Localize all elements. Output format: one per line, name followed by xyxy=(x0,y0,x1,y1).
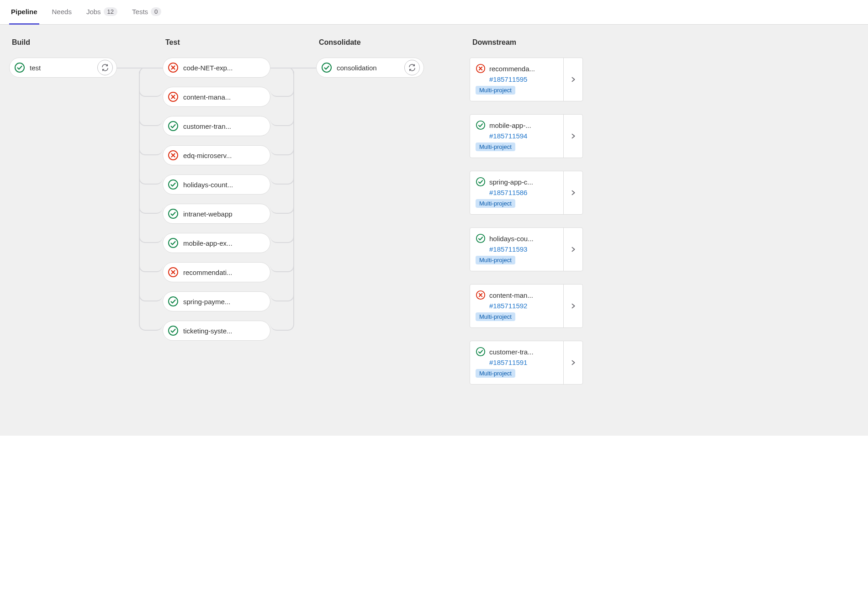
job-pill[interactable]: edq-microserv... xyxy=(163,145,270,165)
downstream-title: recommenda... xyxy=(489,65,535,73)
downstream-card[interactable]: mobile-app-... #185711594 Multi-project xyxy=(470,114,583,158)
stage-items: consolidation xyxy=(316,58,424,78)
downstream-pipeline-link[interactable]: #185711592 xyxy=(489,302,559,310)
downstream-head: recommenda... xyxy=(476,63,559,74)
multi-project-badge: Multi-project xyxy=(476,312,515,321)
failed-icon xyxy=(168,267,179,278)
job-label: content-mana... xyxy=(183,93,266,101)
svg-point-3 xyxy=(169,121,178,131)
failed-icon xyxy=(476,63,486,74)
tab-badge: 12 xyxy=(104,7,117,16)
success-icon xyxy=(476,347,486,357)
job-pill[interactable]: ticketing-syste... xyxy=(163,321,270,341)
tab-jobs[interactable]: Jobs12 xyxy=(85,0,119,25)
retry-button[interactable] xyxy=(404,60,420,75)
svg-point-5 xyxy=(169,180,178,189)
downstream-body: spring-app-c... #185711586 Multi-project xyxy=(470,171,563,214)
job-label: mobile-app-ex... xyxy=(183,239,266,247)
expand-button[interactable] xyxy=(563,171,582,214)
stage-title: Build xyxy=(12,38,117,47)
job-pill[interactable]: content-mana... xyxy=(163,87,270,107)
downstream-column: Downstream recommenda... #185711595 Mult… xyxy=(470,38,583,417)
job-label: intranet-webapp xyxy=(183,210,266,218)
svg-point-13 xyxy=(476,121,485,129)
expand-button[interactable] xyxy=(563,115,582,158)
svg-point-10 xyxy=(169,326,178,335)
success-icon xyxy=(168,179,179,190)
downstream-card[interactable]: customer-tra... #185711591 Multi-project xyxy=(470,341,583,385)
downstream-card[interactable]: holidays-cou... #185711593 Multi-project xyxy=(470,227,583,271)
svg-point-0 xyxy=(15,63,24,72)
expand-button[interactable] xyxy=(563,341,582,384)
downstream-head: mobile-app-... xyxy=(476,120,559,130)
downstream-card[interactable]: recommenda... #185711595 Multi-project xyxy=(470,58,583,101)
job-label: holidays-count... xyxy=(183,181,266,189)
svg-point-9 xyxy=(169,297,178,306)
tab-label: Needs xyxy=(52,8,72,16)
success-icon xyxy=(476,233,486,243)
job-pill[interactable]: code-NET-exp... xyxy=(163,58,270,78)
retry-button[interactable] xyxy=(97,60,113,75)
downstream-head: content-man... xyxy=(476,290,559,300)
expand-button[interactable] xyxy=(563,228,582,271)
downstream-title: holidays-cou... xyxy=(489,235,534,243)
downstream-body: holidays-cou... #185711593 Multi-project xyxy=(470,228,563,271)
success-icon xyxy=(168,325,179,336)
failed-icon xyxy=(168,150,179,161)
svg-point-17 xyxy=(476,348,485,356)
downstream-title: mobile-app-... xyxy=(489,121,531,129)
failed-icon xyxy=(476,290,486,300)
stage-items: test xyxy=(9,58,117,78)
expand-button[interactable] xyxy=(563,285,582,327)
job-pill[interactable]: test xyxy=(9,58,117,78)
downstream-pipeline-link[interactable]: #185711595 xyxy=(489,75,559,83)
job-pill[interactable]: recommendati... xyxy=(163,262,270,282)
job-label: code-NET-exp... xyxy=(183,64,266,72)
pipeline-graph: BuildtestTestcode-NET-exp...content-mana… xyxy=(0,25,868,436)
success-icon xyxy=(168,121,179,132)
multi-project-badge: Multi-project xyxy=(476,142,515,151)
job-pill[interactable]: consolidation xyxy=(316,58,424,78)
downstream-head: holidays-cou... xyxy=(476,233,559,243)
job-label: test xyxy=(30,64,93,72)
multi-project-badge: Multi-project xyxy=(476,86,515,95)
job-label: customer-tran... xyxy=(183,122,266,130)
stage-title: Consolidate xyxy=(319,38,424,47)
downstream-pipeline-link[interactable]: #185711594 xyxy=(489,132,559,140)
job-label: consolidation xyxy=(337,64,400,72)
multi-project-badge: Multi-project xyxy=(476,256,515,264)
downstream-pipeline-link[interactable]: #185711593 xyxy=(489,245,559,253)
downstream-card[interactable]: content-man... #185711592 Multi-project xyxy=(470,284,583,328)
downstream-title: customer-tra... xyxy=(489,348,534,356)
success-icon xyxy=(168,296,179,307)
tabs-bar: PipelineNeedsJobs12Tests0 xyxy=(0,0,868,25)
job-pill[interactable]: spring-payme... xyxy=(163,291,270,311)
failed-icon xyxy=(168,62,179,73)
tab-label: Pipeline xyxy=(11,8,37,16)
stage-title: Test xyxy=(165,38,270,47)
failed-icon xyxy=(168,91,179,102)
tab-pipeline[interactable]: Pipeline xyxy=(9,0,39,25)
job-label: edq-microserv... xyxy=(183,152,266,159)
downstream-title: content-man... xyxy=(489,291,533,299)
tab-badge: 0 xyxy=(151,7,161,16)
downstream-pipeline-link[interactable]: #185711591 xyxy=(489,359,559,366)
job-pill[interactable]: holidays-count... xyxy=(163,174,270,195)
stage-title: Downstream xyxy=(472,38,583,47)
tab-needs[interactable]: Needs xyxy=(50,0,74,25)
downstream-card[interactable]: spring-app-c... #185711586 Multi-project xyxy=(470,171,583,215)
job-pill[interactable]: mobile-app-ex... xyxy=(163,233,270,253)
job-pill[interactable]: intranet-webapp xyxy=(163,204,270,224)
stage-column: Consolidateconsolidation xyxy=(316,38,424,417)
svg-point-15 xyxy=(476,234,485,243)
job-label: spring-payme... xyxy=(183,298,266,306)
job-pill[interactable]: customer-tran... xyxy=(163,116,270,136)
multi-project-badge: Multi-project xyxy=(476,199,515,208)
success-icon xyxy=(168,237,179,248)
tab-label: Jobs xyxy=(86,8,101,16)
downstream-body: customer-tra... #185711591 Multi-project xyxy=(470,341,563,384)
multi-project-badge: Multi-project xyxy=(476,369,515,378)
expand-button[interactable] xyxy=(563,58,582,101)
tab-tests[interactable]: Tests0 xyxy=(130,0,163,25)
downstream-pipeline-link[interactable]: #185711586 xyxy=(489,189,559,196)
